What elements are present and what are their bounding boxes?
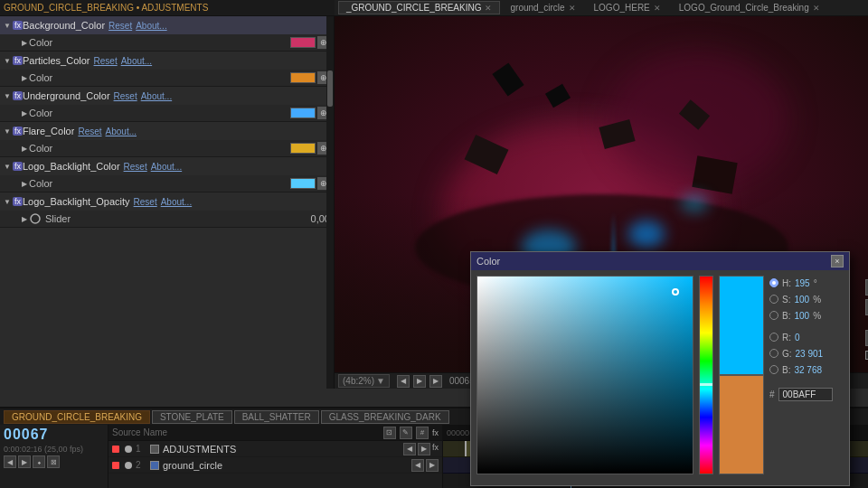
- chevron-logo-backlight-color[interactable]: [4, 163, 11, 171]
- layer-row-1[interactable]: 1 ADJUSTMENTS ◀ ▶ fx: [108, 441, 442, 457]
- radio-red[interactable]: [769, 333, 778, 342]
- reset-particles-color[interactable]: Reset: [94, 56, 118, 66]
- timeline-left: 00067 0:00:02:16 (25,00 fps) ◀ ▶ ⬥ ⊠: [0, 425, 108, 488]
- color-square-container[interactable]: [476, 276, 693, 480]
- color-square[interactable]: [476, 276, 693, 474]
- layer-solo-1[interactable]: [125, 446, 132, 453]
- timeline-tab-3[interactable]: GLASS_BREAKING_DARK: [321, 410, 449, 424]
- slider-icon: [29, 212, 42, 225]
- reset-background-color[interactable]: Reset: [108, 21, 132, 31]
- hue-strip[interactable]: [699, 276, 713, 474]
- timeline-tools: ◀ ▶ ⬥ ⊠: [0, 454, 108, 470]
- preview-tab-1[interactable]: ground_circle ✕: [502, 1, 583, 14]
- about-flare-color[interactable]: About...: [106, 127, 137, 136]
- chevron-slider-opacity[interactable]: [22, 215, 27, 223]
- g-value[interactable]: 23 901: [796, 349, 824, 359]
- preview-tab-0[interactable]: _GROUND_CIRCLE_BREAKING ✕: [338, 1, 500, 14]
- layer-tool-1[interactable]: ⊡: [383, 427, 396, 439]
- chevron-particles-color[interactable]: [4, 57, 11, 65]
- prev-frame-btn[interactable]: ◀: [397, 375, 410, 388]
- zoom-control[interactable]: (4b:2%) ▼: [338, 374, 390, 388]
- dialog-close-button[interactable]: ×: [831, 255, 844, 267]
- timeline-tool-2[interactable]: ▶: [18, 455, 31, 468]
- timeline-tab-1[interactable]: STONE_PLATE: [152, 410, 232, 424]
- color-swatch-background[interactable]: [290, 37, 316, 48]
- radio-green[interactable]: [769, 349, 778, 358]
- close-tab-3[interactable]: ✕: [813, 4, 820, 13]
- bri-value[interactable]: 100: [794, 311, 809, 321]
- color-swatch-underground[interactable]: [290, 108, 316, 118]
- radio-hue[interactable]: [769, 278, 778, 287]
- chevron-color-logo-backlight[interactable]: [22, 180, 27, 188]
- close-tab-1[interactable]: ✕: [569, 4, 576, 13]
- fx-badge-flare: fx: [13, 127, 23, 136]
- about-background-color[interactable]: About...: [136, 21, 166, 31]
- reset-logo-backlight-opacity[interactable]: Reset: [134, 197, 157, 207]
- color-swatch-logo-backlight[interactable]: [290, 178, 316, 189]
- radio-row-s: S: 100 %: [769, 292, 860, 306]
- fx-group-flare-color: fx Flare_Color Reset About... Color ⊕: [0, 122, 334, 157]
- sat-value[interactable]: 100: [794, 295, 809, 305]
- layer-visibility-1[interactable]: [112, 446, 119, 453]
- chevron-background-color[interactable]: [4, 22, 11, 30]
- reset-logo-backlight-color[interactable]: Reset: [124, 162, 147, 172]
- color-swatch-flare[interactable]: [290, 143, 316, 154]
- radio-brightness[interactable]: [769, 311, 778, 320]
- close-tab-0[interactable]: ✕: [485, 4, 492, 13]
- timeline-tool-1[interactable]: ◀: [4, 455, 16, 468]
- timeline-tool-3[interactable]: ⬥: [33, 455, 45, 468]
- layer-tool-2[interactable]: ✎: [400, 427, 412, 439]
- play-btn[interactable]: ▶: [413, 375, 426, 388]
- reset-underground-color[interactable]: Reset: [114, 91, 137, 101]
- swatch-old-color[interactable]: [719, 375, 764, 474]
- layer-controls-2: ◀ ▶: [411, 459, 439, 472]
- preview-swatches: [719, 276, 764, 474]
- preview-tab-3[interactable]: LOGO_Ground_Circle_Breaking ✕: [671, 1, 828, 14]
- color-row-background: Color ⊕: [0, 34, 334, 51]
- chevron-underground-color[interactable]: [4, 92, 11, 100]
- layer-solo-2[interactable]: [125, 462, 132, 469]
- radio-row-b2: B: 32 768: [769, 362, 860, 377]
- chevron-color-bg[interactable]: [22, 39, 27, 47]
- layer-row-2[interactable]: 2 ground_circle ◀ ▶: [108, 457, 442, 474]
- about-logo-backlight-opacity[interactable]: About...: [161, 197, 192, 207]
- chevron-logo-backlight-opacity[interactable]: [4, 198, 11, 206]
- chevron-color-underground[interactable]: [22, 109, 27, 117]
- about-particles-color[interactable]: About...: [121, 56, 152, 66]
- fx-badge: fx: [13, 21, 23, 30]
- hex-label: #: [769, 389, 775, 399]
- hex-input[interactable]: 00BAFF: [778, 388, 833, 401]
- radio-row-b: B: 100 %: [769, 308, 860, 323]
- layer-btn-1a[interactable]: ◀: [403, 443, 416, 455]
- r-value[interactable]: 0: [795, 333, 800, 343]
- left-panel-scrollbar[interactable]: [326, 16, 334, 389]
- preview-tab-2[interactable]: LOGO_HERE ✕: [586, 1, 669, 14]
- chevron-flare-color[interactable]: [4, 127, 11, 136]
- layer-visibility-2[interactable]: [112, 462, 119, 469]
- timeline-tab-2[interactable]: BALL_SHATTER: [234, 410, 319, 424]
- b-value[interactable]: 32 768: [794, 365, 822, 375]
- zoom-value: (4b:2%): [343, 376, 374, 386]
- dialog-body: H: 195 ° S: 100 % B: 100 %: [471, 270, 849, 485]
- color-controls: H: 195 ° S: 100 % B: 100 %: [769, 276, 860, 480]
- next-frame-btn[interactable]: ▶: [429, 375, 442, 388]
- timeline-tab-0[interactable]: GROUND_CIRCLE_BREAKING: [4, 410, 150, 424]
- layer-tool-3[interactable]: #: [416, 427, 429, 439]
- about-logo-backlight-color[interactable]: About...: [151, 162, 182, 172]
- radio-saturation[interactable]: [769, 295, 778, 304]
- radio-blue[interactable]: [769, 365, 778, 374]
- color-label-particles: Color: [29, 72, 290, 83]
- hue-value[interactable]: 195: [795, 278, 810, 288]
- layer-btn-2a[interactable]: ◀: [411, 459, 424, 472]
- about-underground-color[interactable]: About...: [141, 91, 172, 101]
- close-tab-2[interactable]: ✕: [654, 4, 661, 13]
- timeline-tool-4[interactable]: ⊠: [47, 455, 60, 468]
- bri-percent: %: [813, 311, 821, 321]
- chevron-color-flare[interactable]: [22, 145, 27, 153]
- reset-flare-color[interactable]: Reset: [78, 127, 101, 136]
- layer-btn-2b[interactable]: ▶: [426, 459, 439, 472]
- chevron-color-particles[interactable]: [22, 74, 27, 82]
- color-swatch-particles[interactable]: [290, 72, 316, 83]
- swatch-new-color[interactable]: [719, 276, 764, 375]
- layer-btn-1b[interactable]: ▶: [418, 443, 430, 455]
